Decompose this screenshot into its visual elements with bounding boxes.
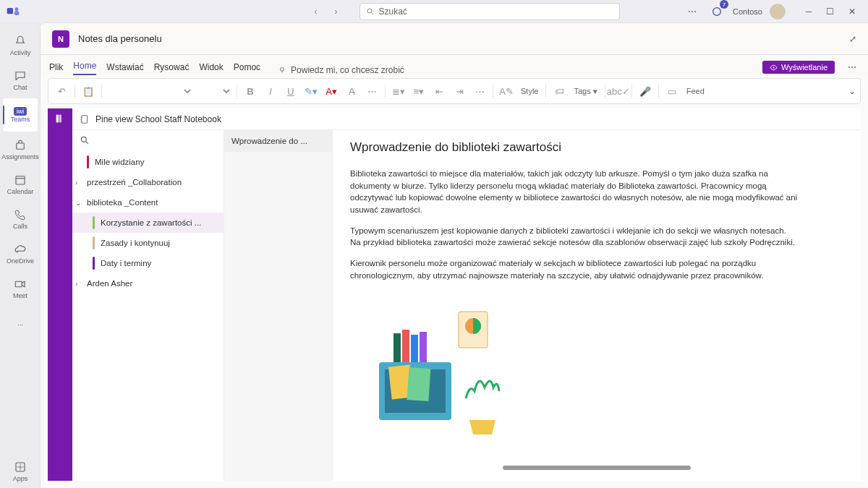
font-color-button[interactable]: A▾ bbox=[323, 82, 340, 100]
notebook-header[interactable]: Pine view School Staff Notebook bbox=[72, 108, 861, 130]
spell-button[interactable]: abc✓ bbox=[610, 82, 627, 100]
svg-point-3 bbox=[367, 9, 372, 13]
bold-button[interactable]: B bbox=[242, 82, 259, 100]
rail-activity[interactable]: Activity bbox=[3, 29, 38, 62]
rail-label: Activity bbox=[10, 49, 31, 56]
tell-me-placeholder: Powiedz mi, co chcesz zrobić bbox=[291, 65, 404, 75]
ribbon-tabs: Plik Home Wstawiać Rysować Widok Pomoc P… bbox=[41, 55, 868, 75]
undo-button[interactable]: ↶ bbox=[53, 82, 70, 100]
section-welcome[interactable]: Mile widziany bbox=[72, 152, 224, 172]
more-options-button[interactable]: ⋯ bbox=[684, 3, 701, 20]
eye-icon bbox=[770, 64, 778, 72]
page-item-intro[interactable]: Wprowadzenie do ... bbox=[224, 130, 332, 152]
tab-plik[interactable]: Plik bbox=[49, 59, 63, 75]
window-close-button[interactable]: ✕ bbox=[842, 3, 862, 20]
notification-badge: 7 bbox=[720, 0, 728, 9]
rail-apps[interactable]: Apps bbox=[3, 455, 38, 488]
svg-rect-0 bbox=[7, 8, 13, 14]
tab-insert[interactable]: Wstawiać bbox=[106, 59, 143, 75]
rail-calendar[interactable]: Calendar bbox=[3, 168, 38, 201]
svg-rect-6 bbox=[17, 143, 25, 149]
font-size-select[interactable] bbox=[196, 85, 232, 98]
search-input[interactable]: Szukać bbox=[359, 3, 620, 20]
more-font-button[interactable]: ⋯ bbox=[363, 82, 380, 100]
section-label: biblioteka _Content bbox=[87, 198, 158, 207]
svg-point-13 bbox=[281, 68, 284, 72]
rail-calls[interactable]: Calls bbox=[3, 202, 38, 236]
styles-button[interactable]: A✎ bbox=[498, 82, 515, 100]
rail-label: Chat bbox=[13, 84, 27, 91]
svg-point-15 bbox=[773, 67, 774, 68]
font-family-select[interactable] bbox=[106, 85, 193, 98]
section-dates[interactable]: Daty i terminy bbox=[72, 253, 224, 273]
tell-me-input[interactable]: Powiedz mi, co chcesz zrobić bbox=[278, 65, 404, 75]
view-mode-button[interactable]: Wyświetlanie bbox=[762, 61, 835, 74]
window-minimize-button[interactable]: ─ bbox=[799, 3, 819, 20]
italic-button[interactable]: I bbox=[262, 82, 279, 100]
rail-label: Meet bbox=[13, 292, 27, 299]
rail-onedrive[interactable]: OneDrive bbox=[3, 237, 38, 270]
paragraph: Typowym scenariuszem jest kopiowanie dan… bbox=[350, 225, 799, 249]
page-canvas[interactable]: Wprowadzenie do biblioteki zawartości Bi… bbox=[333, 130, 861, 481]
chat-icon bbox=[14, 69, 27, 82]
underline-button[interactable]: U bbox=[282, 82, 299, 100]
svg-rect-27 bbox=[407, 367, 430, 401]
section-content-library[interactable]: ⌄ biblioteka _Content bbox=[72, 192, 224, 213]
rail-teams[interactable]: iwi Teams bbox=[3, 98, 38, 132]
ribbon-more-button[interactable]: ⋯ bbox=[845, 62, 859, 72]
tab-draw[interactable]: Rysować bbox=[154, 59, 190, 75]
notebook-nav-icon[interactable] bbox=[54, 113, 66, 127]
rail-meet[interactable]: Meet bbox=[3, 272, 38, 305]
svg-rect-7 bbox=[16, 176, 25, 184]
svg-rect-31 bbox=[420, 332, 427, 362]
bell-icon bbox=[14, 35, 27, 48]
bullets-button[interactable]: ≣▾ bbox=[390, 82, 407, 100]
tab-help[interactable]: Pomoc bbox=[234, 59, 260, 75]
org-name: Contoso bbox=[733, 7, 762, 16]
video-icon bbox=[14, 278, 27, 291]
section-policies[interactable]: Zasady i kontynuuj bbox=[72, 233, 224, 253]
rail-more[interactable]: ... bbox=[3, 307, 38, 340]
ribbon-collapse-button[interactable]: ⌄ bbox=[848, 86, 856, 96]
section-label: Mile widziany bbox=[95, 158, 144, 166]
popout-button[interactable]: ⤢ bbox=[849, 34, 856, 44]
highlight-button[interactable]: ✎▾ bbox=[302, 82, 320, 100]
dictate-button[interactable]: 🎤 bbox=[637, 82, 654, 100]
tags-button[interactable]: 🏷 bbox=[550, 82, 568, 100]
apps-icon bbox=[14, 461, 27, 474]
page-title: Wprowadzenie do biblioteki zawartości bbox=[350, 140, 843, 155]
numbering-button[interactable]: ≡▾ bbox=[410, 82, 427, 100]
svg-point-5 bbox=[713, 8, 721, 16]
window-maximize-button[interactable]: ☐ bbox=[820, 3, 841, 20]
nav-back-button[interactable]: ‹ bbox=[307, 3, 325, 20]
indent-button[interactable]: ⇥ bbox=[451, 82, 468, 100]
outdent-button[interactable]: ⇤ bbox=[430, 82, 448, 100]
tab-home[interactable]: Home bbox=[73, 58, 96, 75]
nav-forward-button[interactable]: › bbox=[328, 3, 345, 20]
feed-button[interactable]: ▭ bbox=[663, 82, 681, 100]
section-search-button[interactable] bbox=[80, 135, 90, 147]
onenote-icon: N bbox=[52, 30, 69, 48]
notebook-name: Pine view School Staff Notebook bbox=[95, 114, 221, 124]
rail-assignments[interactable]: Assignments bbox=[3, 133, 38, 166]
calendar-icon bbox=[14, 174, 27, 187]
user-avatar[interactable] bbox=[770, 4, 786, 20]
more-para-button[interactable]: ⋯ bbox=[471, 82, 488, 100]
section-label: Daty i terminy bbox=[101, 259, 151, 267]
chevron-right-icon: › bbox=[75, 280, 77, 288]
section-collaboration[interactable]: › przestrzeń _Collaboration bbox=[72, 172, 224, 192]
section-arden-asher[interactable]: › Arden Asher bbox=[72, 273, 224, 294]
svg-point-22 bbox=[81, 137, 86, 142]
clear-format-button[interactable]: A̶ bbox=[343, 82, 360, 100]
rail-label: Calendar bbox=[7, 188, 34, 195]
rail-chat[interactable]: Chat bbox=[3, 64, 38, 97]
bulb-icon bbox=[278, 66, 286, 74]
onenote-header: N Notes dla personelu ⤢ bbox=[41, 23, 868, 55]
notifications-button[interactable]: 7 bbox=[708, 3, 726, 20]
svg-point-1 bbox=[15, 7, 19, 11]
horizontal-scrollbar[interactable] bbox=[503, 466, 691, 470]
section-using-content[interactable]: Korzystanie z zawartości ... bbox=[72, 213, 224, 233]
clipboard-button[interactable]: 📋 bbox=[80, 82, 97, 100]
tab-view[interactable]: Widok bbox=[199, 59, 223, 75]
svg-rect-2 bbox=[14, 11, 20, 15]
